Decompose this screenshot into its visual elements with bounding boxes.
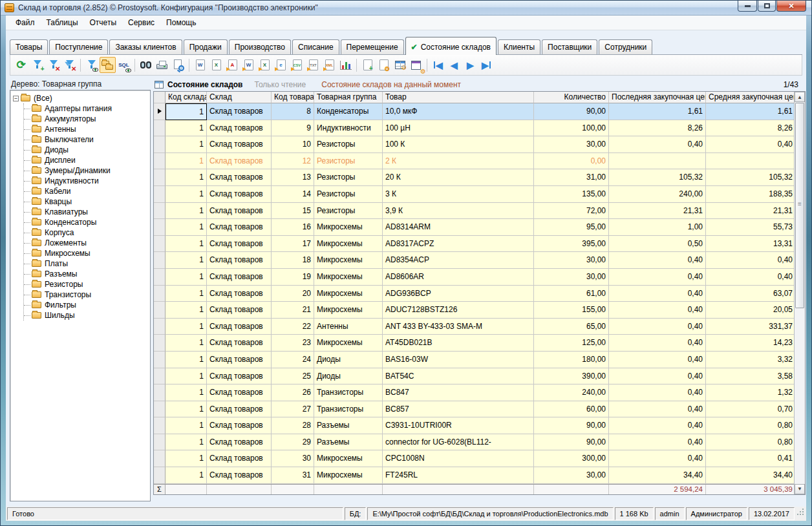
find-button[interactable]	[138, 57, 154, 73]
table-cell[interactable]: 9	[272, 120, 314, 137]
table-cell[interactable]: 0,41	[706, 450, 795, 467]
table-cell[interactable]: 0,40	[706, 136, 795, 153]
table-cell[interactable]: Склад товаров	[207, 120, 272, 137]
resize-grip[interactable]	[796, 507, 805, 520]
table-cell[interactable]: 14,23	[706, 335, 795, 352]
table-cell[interactable]: 30,00	[534, 136, 609, 153]
table-cell[interactable]: ADUC7128BSTZ126	[383, 302, 534, 319]
menu-item-помощь[interactable]: Помощь	[160, 16, 202, 29]
table-row[interactable]: 1Склад товаров8Конденсаторы10,0 мкФ90,00…	[154, 103, 805, 120]
table-cell[interactable]: 28	[272, 417, 314, 434]
table-cell[interactable]: Микросхемы	[314, 335, 383, 352]
scroll-up-button[interactable]: ▲	[795, 92, 805, 102]
table-cell[interactable]: 26	[272, 384, 314, 401]
table-cell[interactable]: 30	[272, 450, 314, 467]
table-cell[interactable]: 34,40	[706, 467, 795, 484]
table-cell[interactable]: 0,40	[609, 319, 706, 335]
table-cell[interactable]: Склад товаров	[207, 186, 272, 203]
collapse-expander-icon[interactable]: −	[13, 96, 19, 101]
tab-продажи[interactable]: Продажи	[184, 39, 228, 54]
table-cell[interactable]: 24	[272, 352, 314, 368]
table-cell[interactable]: 13	[272, 169, 314, 186]
tree-item-дисплеи[interactable]: Дисплеи	[24, 155, 149, 165]
table-cell[interactable]: 34,40	[609, 467, 706, 484]
table-cell[interactable]: 1	[166, 219, 207, 236]
table-cell[interactable]: Склад товаров	[207, 136, 272, 153]
tree-item-кабели[interactable]: Кабели	[24, 186, 149, 196]
table-cell[interactable]: FT245RL	[383, 467, 534, 484]
table-cell[interactable]: Антенны	[314, 319, 383, 335]
table-row[interactable]: 1Склад товаров25ДиодыBAT54C390,000,403,5…	[154, 368, 805, 385]
tree-item-микросхемы[interactable]: Микросхемы	[24, 248, 149, 258]
column-header-6[interactable]: Последняя закупочная цена	[609, 92, 706, 103]
table-cell[interactable]: Резисторы	[314, 186, 383, 203]
table-row[interactable]: 1Склад товаров20МикросхемыADG936BCP61,00…	[154, 286, 805, 302]
table-cell[interactable]: 1	[166, 368, 207, 385]
nav-last-button[interactable]: ▶	[478, 57, 495, 73]
table-row[interactable]: 1Склад товаров23МикросхемыAT45DB021B125,…	[154, 335, 805, 352]
table-cell[interactable]: 30,00	[534, 252, 609, 269]
scrollbar-thumb[interactable]	[795, 103, 804, 308]
tab-производство[interactable]: Производство	[229, 39, 291, 54]
column-header-3[interactable]: Товарная группа	[314, 92, 383, 103]
table-cell[interactable]: 15	[272, 203, 314, 220]
table-cell[interactable]: Конденсаторы	[314, 103, 383, 120]
export-excel-file-button[interactable]: X	[257, 57, 273, 73]
tree-item-разъемы[interactable]: Разъемы	[24, 269, 149, 279]
table-cell[interactable]: 125,00	[534, 335, 609, 352]
table-cell[interactable]: 65,00	[534, 319, 609, 335]
column-header-2[interactable]: Код товара	[272, 92, 314, 103]
table-cell[interactable]: 0,50	[609, 236, 706, 253]
table-cell[interactable]: 17	[272, 236, 314, 253]
table-cell[interactable]: 0,70	[706, 401, 795, 418]
menu-item-таблицы[interactable]: Таблицы	[41, 16, 84, 29]
table-cell[interactable]: 155,00	[534, 302, 609, 319]
table-cell[interactable]: 0,80	[706, 417, 795, 434]
table-cell[interactable]: 1	[166, 384, 207, 401]
table-cell[interactable]: Диоды	[314, 352, 383, 368]
table-cell[interactable]: 0,80	[706, 434, 795, 451]
tree-item-зумеры-динамики[interactable]: Зумеры/Динамики	[24, 165, 149, 176]
table-cell[interactable]: C3931-10UTRI00R	[383, 417, 534, 434]
table-cell[interactable]: Резисторы	[314, 203, 383, 220]
table-cell[interactable]: 14	[272, 186, 314, 203]
table-cell[interactable]: 1	[166, 269, 207, 286]
table-cell[interactable]: 72,00	[534, 203, 609, 220]
nav-first-button[interactable]: ◀	[430, 57, 446, 73]
filter-clear-button[interactable]: ✕	[45, 57, 61, 73]
table-cell[interactable]: 390,00	[534, 368, 609, 385]
table-cell[interactable]: 0,40	[609, 352, 706, 368]
table-cell[interactable]: 0,00	[534, 153, 609, 170]
table-cell[interactable]: Разъемы	[314, 434, 383, 451]
table-cell[interactable]: 0,40	[609, 302, 706, 319]
table-row[interactable]: 1Склад товаров13Резисторы20 К31,00105,32…	[154, 169, 805, 186]
table-cell[interactable]: 1	[166, 169, 207, 186]
column-header-1[interactable]: Склад	[207, 92, 272, 103]
filter-clear-all-button[interactable]: ✕	[61, 57, 78, 73]
table-cell[interactable]: 1	[166, 401, 207, 418]
table-cell[interactable]: Склад товаров	[207, 269, 272, 286]
tree-item-резисторы[interactable]: Резисторы	[24, 279, 149, 289]
menu-item-сервис[interactable]: Сервис	[122, 16, 160, 29]
filter-view-button[interactable]	[83, 57, 100, 73]
maximize-button[interactable]	[758, 1, 776, 12]
table-cell[interactable]: Склад товаров	[207, 153, 272, 170]
table-cell[interactable]: 22	[272, 319, 314, 335]
table-cell[interactable]: 1	[166, 286, 207, 302]
table-cell[interactable]: Транзисторы	[314, 384, 383, 401]
table-cell[interactable]: 19	[272, 269, 314, 286]
table-cell[interactable]: AD8354ACP	[383, 252, 534, 269]
table-cell[interactable]: 1,61	[609, 103, 706, 120]
table-cell[interactable]: Склад товаров	[207, 103, 272, 120]
table-cell[interactable]: Склад товаров	[207, 335, 272, 352]
table-row[interactable]: 1Склад товаров15Резисторы3,9 К72,0021,31…	[154, 203, 805, 220]
table-cell[interactable]: 21	[272, 302, 314, 319]
table-cell[interactable]: 21,31	[706, 203, 795, 220]
table-row[interactable]: 1Склад товаров26ТранзисторыBC847240,000,…	[154, 384, 805, 401]
table-cell[interactable]: 90,00	[534, 417, 609, 434]
table-cell[interactable]: 12	[272, 153, 314, 170]
tab-поставщики[interactable]: Поставщики	[542, 39, 597, 54]
table-cell[interactable]: BC847	[383, 384, 534, 401]
table-cell[interactable]: 1	[166, 302, 207, 319]
table-cell[interactable]: 1	[166, 103, 207, 120]
